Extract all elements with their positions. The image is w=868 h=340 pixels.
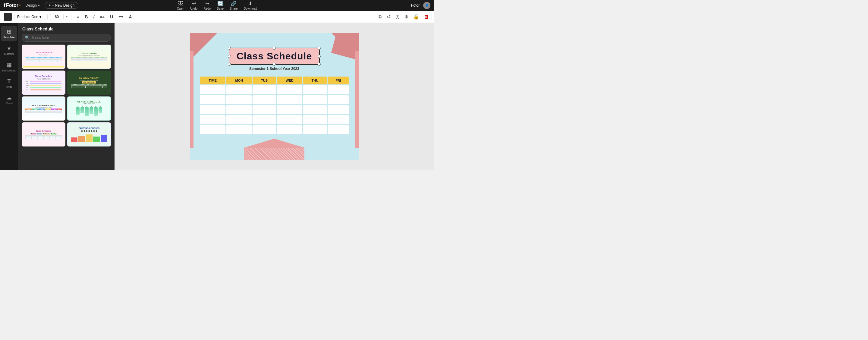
template-thumb-2[interactable]: class schedule Don't let the days make y…	[67, 44, 111, 69]
open-icon: 🖼	[178, 1, 183, 6]
main-layout: ⊞ Template ★ Material ▦ Background T Tex…	[0, 23, 434, 170]
template-thumb-7[interactable]: Class Schedule Monday Tuesday Wednesday …	[22, 122, 65, 147]
undo-tool[interactable]: ↩ Undo	[190, 1, 197, 10]
layers-button[interactable]: ⊕	[403, 13, 410, 21]
cell	[328, 105, 349, 114]
texts-label: Texts	[6, 85, 12, 88]
bold-button[interactable]: B	[83, 13, 89, 20]
col-header-wed: WED	[277, 76, 302, 84]
background-icon: ▦	[7, 61, 12, 68]
sidebar-item-template[interactable]: ⊞ Template	[1, 26, 17, 41]
canvas-title: Class Schedule	[237, 51, 312, 61]
redo-tool[interactable]: ↪ Redo	[204, 1, 211, 10]
new-design-button[interactable]: + + New Design	[44, 2, 79, 9]
col-header-thu: THU	[303, 76, 327, 84]
canvas-area: Class Schedule Semester 1 School Year 20…	[115, 23, 434, 170]
underline-button[interactable]: U	[108, 13, 115, 20]
new-design-label: + New Design	[52, 3, 74, 7]
user-avatar[interactable]: 👤	[423, 2, 430, 9]
canvas-subtitle: Semester 1 School Year 2023	[249, 67, 299, 71]
design-dropdown[interactable]: Design ▾	[26, 3, 40, 7]
cell	[328, 115, 349, 124]
sidebar-item-material[interactable]: ★ Material	[1, 42, 17, 58]
share-icon: 🔗	[230, 1, 237, 6]
chevron-down-icon: ▾	[39, 15, 41, 19]
sidebar-item-background[interactable]: ▦ Background	[1, 59, 17, 74]
handle-bm[interactable]	[273, 63, 276, 66]
cloud-icon: ☁	[6, 94, 12, 101]
handle-tl[interactable]	[228, 47, 231, 50]
main-title-box[interactable]: Class Schedule	[229, 48, 320, 65]
cell	[253, 115, 276, 124]
font-size-button[interactable]: AA	[98, 14, 106, 20]
font-selector[interactable]: Fredoka One ▾	[14, 14, 48, 20]
schedule-table: TIME MON TUS WED THU FRI	[199, 76, 350, 135]
template-thumb-1[interactable]: Class Schedule School Year: TimeMonTueWe…	[22, 44, 65, 69]
italic-button[interactable]: I	[92, 13, 96, 20]
cell	[303, 85, 327, 94]
search-box[interactable]: 🔍	[22, 34, 111, 41]
handle-mr[interactable]	[318, 55, 321, 58]
cell	[277, 125, 302, 134]
template-label: Template	[4, 36, 15, 39]
sidebar-item-texts[interactable]: T Texts	[1, 76, 17, 91]
refresh-button[interactable]: ↺	[385, 13, 392, 21]
background-label: Background	[2, 69, 16, 72]
template-thumb-3[interactable]: Class Schedule YEARSEMESTER Mon Tue	[22, 70, 65, 95]
template-thumb-6[interactable]: CLASS SCHEDULE YEAR SEMESTER T 1 2	[67, 96, 111, 121]
text-case-button[interactable]: A	[127, 13, 133, 20]
material-icon: ★	[7, 45, 11, 52]
top-right-area: Fotor 👤	[411, 2, 430, 9]
search-input[interactable]	[31, 36, 107, 40]
col-header-tue: TUS	[253, 76, 276, 84]
title-container[interactable]: Class Schedule	[229, 41, 320, 65]
col-header-fri: FRI	[328, 76, 349, 84]
cell	[303, 105, 327, 114]
canvas-content: Class Schedule Semester 1 School Year 20…	[196, 36, 352, 157]
cell	[200, 95, 225, 104]
cell	[226, 95, 252, 104]
cell	[226, 105, 252, 114]
cell	[277, 105, 302, 114]
sidebar-item-cloud[interactable]: ☁ Cloud	[1, 92, 17, 107]
cell	[277, 95, 302, 104]
handle-br[interactable]	[318, 63, 321, 66]
lock-button[interactable]: 🔒	[412, 13, 421, 21]
download-tool[interactable]: ⬇ Download	[244, 1, 257, 10]
share-tool[interactable]: 🔗 Share	[230, 1, 238, 10]
font-size-input[interactable]: 60	[50, 14, 64, 20]
chevron-down-icon: ▾	[38, 3, 40, 7]
download-icon: ⬇	[248, 1, 252, 6]
align-button[interactable]: ≡	[75, 13, 81, 21]
handle-ml[interactable]	[228, 55, 231, 58]
font-name-label: Fredoka One	[17, 15, 38, 19]
open-tool[interactable]: 🖼 Open	[177, 1, 184, 10]
toolbar-right-group: ⧉ ↺ ◎ ⊕ 🔒 🗑	[377, 13, 430, 21]
chevron-down-icon-size: ▾	[66, 15, 67, 19]
template-thumb-8[interactable]: PAINTING COURSES ⬤⬤⬤⬤⬤⬤⬤	[67, 122, 111, 147]
handle-bl[interactable]	[228, 63, 231, 66]
letter-spacing-button[interactable]: ⟺	[117, 14, 125, 20]
save-tool[interactable]: 🔄 Save	[217, 1, 224, 10]
cell	[277, 115, 302, 124]
cell	[226, 85, 252, 94]
handle-tr[interactable]	[318, 47, 321, 50]
fotor-logo[interactable]: f Fotor ®	[4, 2, 21, 9]
crop-button[interactable]: ◎	[394, 13, 401, 21]
handle-tm[interactable]	[273, 47, 276, 50]
template-thumb-5[interactable]: NEW YORK HIGH SCHOOL Semester 1 School Y…	[22, 96, 65, 121]
template-thumb-4[interactable]: NY UNIVERSITY HOWEVER THIS TIME FOR ALL …	[67, 70, 111, 95]
cell	[226, 125, 252, 134]
logo-full: Fotor	[6, 3, 19, 8]
col-header-time: TIME	[200, 76, 225, 84]
open-label: Open	[177, 7, 184, 10]
panel-header: Class Schedule	[18, 23, 115, 34]
delete-button[interactable]: 🗑	[423, 13, 430, 21]
left-strip	[190, 51, 193, 148]
font-size-value: 60	[55, 15, 59, 19]
cell	[303, 115, 327, 124]
duplicate-button[interactable]: ⧉	[377, 13, 383, 21]
cell	[253, 85, 276, 94]
table-row	[200, 95, 349, 104]
font-color-swatch[interactable]	[4, 13, 12, 21]
